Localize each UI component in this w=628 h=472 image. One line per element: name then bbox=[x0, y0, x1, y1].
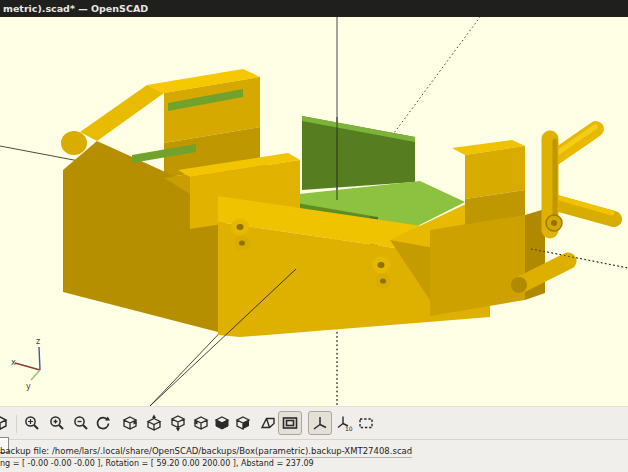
show-axes-button[interactable] bbox=[308, 411, 332, 435]
view-front-icon bbox=[213, 414, 231, 432]
view-orthogonal-button[interactable] bbox=[278, 411, 302, 435]
rendered-scene: x z y bbox=[0, 17, 628, 406]
view-bottom-icon bbox=[169, 414, 187, 432]
scale-markers-icon: 10 bbox=[335, 414, 353, 432]
perspective-icon bbox=[259, 414, 277, 432]
show-scale-markers-button[interactable]: 10 bbox=[332, 411, 356, 435]
axis-indicator-gizmo: x z y bbox=[11, 337, 40, 391]
gizmo-x-label: x bbox=[11, 358, 16, 367]
window-title-bar[interactable]: metric).scad* — OpenSCAD bbox=[0, 0, 628, 17]
backup-file-message: backup file: /home/lars/.local/share/Ope… bbox=[0, 446, 412, 458]
status-area: backup file: /home/lars/.local/share/Ope… bbox=[0, 440, 628, 472]
view-back-button[interactable] bbox=[231, 411, 255, 435]
view-top-icon bbox=[145, 414, 163, 432]
toolbar-separator bbox=[16, 415, 17, 433]
view-top-button[interactable] bbox=[142, 411, 166, 435]
axes-icon bbox=[311, 414, 329, 432]
reset-view-button[interactable] bbox=[91, 411, 115, 435]
viewport-canvas[interactable]: x z y bbox=[0, 17, 628, 406]
show-crosshairs-button[interactable] bbox=[354, 411, 378, 435]
window-title: metric).scad* — OpenSCAD bbox=[3, 3, 148, 14]
view-toolbar: 10 bbox=[0, 406, 628, 440]
view-diagonal-button[interactable] bbox=[256, 411, 280, 435]
cube-icon bbox=[0, 414, 9, 432]
gizmo-z-label: z bbox=[36, 337, 40, 346]
reset-view-icon bbox=[94, 414, 112, 432]
zoom-out-icon bbox=[72, 414, 90, 432]
zoom-out-button[interactable] bbox=[69, 411, 93, 435]
crosshairs-icon bbox=[357, 414, 375, 432]
orthogonal-icon bbox=[281, 414, 299, 432]
view-right-icon bbox=[121, 414, 139, 432]
view-left-icon bbox=[192, 414, 210, 432]
svg-text:10: 10 bbox=[345, 425, 353, 432]
viewport-status-line: ng = [ -0.00 -0.00 -0.00 ], Rotation = [… bbox=[0, 459, 314, 468]
zoom-all-icon bbox=[23, 414, 41, 432]
view-back-icon bbox=[234, 414, 252, 432]
view-partial-button[interactable] bbox=[0, 411, 12, 435]
gizmo-y-label: y bbox=[26, 382, 31, 391]
view-right-button[interactable] bbox=[118, 411, 142, 435]
zoom-all-button[interactable] bbox=[20, 411, 44, 435]
view-bottom-button[interactable] bbox=[166, 411, 190, 435]
zoom-in-icon bbox=[48, 414, 66, 432]
zoom-in-button[interactable] bbox=[45, 411, 69, 435]
